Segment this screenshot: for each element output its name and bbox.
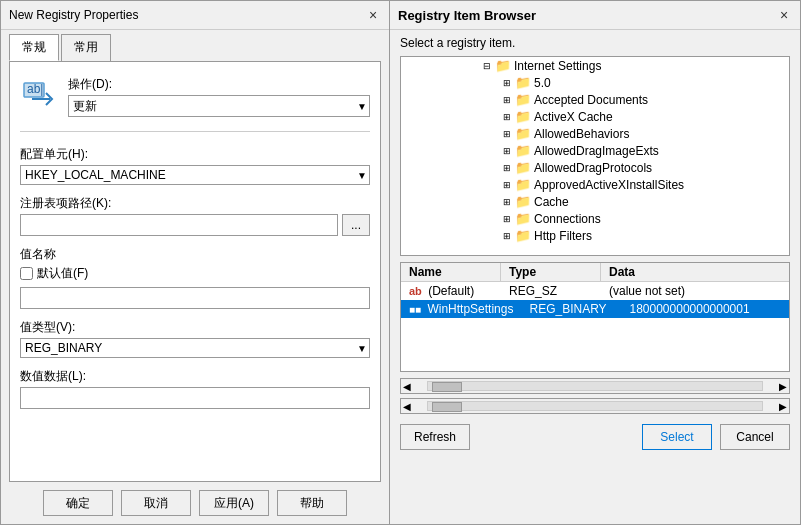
expand-icon-2[interactable]: ⊞ [501, 77, 513, 89]
col-type: Type [501, 263, 601, 281]
tree-item-allowed-drag-image[interactable]: ⊞ 📁 AllowedDragImageExts [401, 142, 789, 159]
right-panel: Registry Item Browser × Select a registr… [390, 0, 801, 525]
tab-common[interactable]: 常用 [61, 34, 111, 61]
expand-icon-11[interactable]: ⊞ [501, 230, 513, 242]
ok-button[interactable]: 确定 [43, 490, 113, 516]
cell-type-default: REG_SZ [501, 283, 601, 299]
folder-icon-4: 📁 [515, 109, 531, 124]
scroll-left-arrow-2[interactable]: ◀ [401, 401, 413, 412]
list-row-default[interactable]: ab (Default) REG_SZ (value not set) [401, 282, 789, 300]
expand-icon-5[interactable]: ⊞ [501, 128, 513, 140]
config-element-label: 配置单元(H): [20, 146, 370, 163]
refresh-button[interactable]: Refresh [400, 424, 470, 450]
browse-button[interactable]: ... [342, 214, 370, 236]
expand-icon-3[interactable]: ⊞ [501, 94, 513, 106]
right-title-bar: Registry Item Browser × [390, 1, 800, 30]
reg-path-label: 注册表项路径(K): [20, 195, 370, 212]
tab-general[interactable]: 常规 [9, 34, 59, 61]
scrollbar-thumb-2[interactable] [432, 402, 462, 412]
folder-icon-9: 📁 [515, 194, 531, 209]
value-name-group: 值名称 默认值(F) WinHttpSettings [20, 246, 370, 309]
left-close-button[interactable]: × [365, 7, 381, 23]
expand-icon-7[interactable]: ⊞ [501, 162, 513, 174]
reg-path-input[interactable]: SOFTWARE\Microsoft\Windows\CurrentVersi [20, 214, 338, 236]
winhttpsettings-icon: ■■ [409, 304, 421, 315]
config-element-dropdown-icon: ▼ [357, 170, 367, 181]
cancel-button-left[interactable]: 取消 [121, 490, 191, 516]
folder-icon: 📁 [495, 58, 511, 73]
tree-label: Internet Settings [514, 59, 601, 73]
operation-select-wrapper: 更新 ▼ [68, 95, 370, 117]
tree-label-11: Http Filters [534, 229, 592, 243]
scrollbar-thumb-1[interactable] [432, 382, 462, 392]
value-type-label: 值类型(V): [20, 319, 370, 336]
svg-text:ab|: ab| [27, 82, 43, 96]
cancel-button-right[interactable]: Cancel [720, 424, 790, 450]
folder-icon-8: 📁 [515, 177, 531, 192]
tree-item-allowed-drag-protocols[interactable]: ⊞ 📁 AllowedDragProtocols [401, 159, 789, 176]
left-panel: New Registry Properties × 常规 常用 ab| 操作(D [0, 0, 390, 525]
operation-select[interactable]: 更新 ▼ [68, 95, 370, 117]
apply-button[interactable]: 应用(A) [199, 490, 269, 516]
help-button[interactable]: 帮助 [277, 490, 347, 516]
col-name: Name [401, 263, 501, 281]
right-close-button[interactable]: × [776, 7, 792, 23]
expand-icon[interactable]: ⊟ [481, 60, 493, 72]
bottom-scrollbar-2[interactable]: ◀ ▶ [400, 398, 790, 414]
tree-item-internet-settings[interactable]: ⊟ 📁 Internet Settings [401, 57, 789, 74]
tree-label-9: Cache [534, 195, 569, 209]
scroll-right-arrow-2[interactable]: ▶ [777, 401, 789, 412]
folder-icon-5: 📁 [515, 126, 531, 141]
tree-item-5-0[interactable]: ⊞ 📁 5.0 [401, 74, 789, 91]
tree-item-connections[interactable]: ⊞ 📁 Connections [401, 210, 789, 227]
tree-item-cache[interactable]: ⊞ 📁 Cache [401, 193, 789, 210]
cell-name-winhttpsettings: ■■ WinHttpSettings [401, 301, 521, 317]
scrollbar-track-1[interactable] [427, 381, 763, 391]
reg-path-group: 注册表项路径(K): SOFTWARE\Microsoft\Windows\Cu… [20, 195, 370, 236]
value-type-dropdown-icon: ▼ [357, 343, 367, 354]
select-button[interactable]: Select [642, 424, 712, 450]
value-name-section-label: 值名称 [20, 246, 370, 263]
config-element-group: 配置单元(H): HKEY_LOCAL_MACHINE ▼ [20, 146, 370, 185]
scroll-right-arrow[interactable]: ▶ [777, 381, 789, 392]
operation-icon: ab| [20, 77, 60, 117]
value-data-group: 数值数据(L): 1800000000000000010000000000000… [20, 368, 370, 409]
default-value-checkbox[interactable] [20, 267, 33, 280]
expand-icon-10[interactable]: ⊞ [501, 213, 513, 225]
tree-label-10: Connections [534, 212, 601, 226]
value-data-input[interactable]: 1800000000000000010000000000000000000000… [20, 387, 370, 409]
expand-icon-8[interactable]: ⊞ [501, 179, 513, 191]
operation-label: 操作(D): [68, 76, 370, 93]
reg-path-input-row: SOFTWARE\Microsoft\Windows\CurrentVersi … [20, 214, 370, 236]
col-data: Data [601, 263, 789, 281]
operation-dropdown-icon: ▼ [357, 101, 367, 112]
expand-icon-6[interactable]: ⊞ [501, 145, 513, 157]
tree-item-activex[interactable]: ⊞ 📁 ActiveX Cache [401, 108, 789, 125]
expand-icon-4[interactable]: ⊞ [501, 111, 513, 123]
value-name-input[interactable]: WinHttpSettings [20, 287, 370, 309]
scroll-left-arrow[interactable]: ◀ [401, 381, 413, 392]
tree-label-6: AllowedDragImageExts [534, 144, 659, 158]
registry-list: Name Type Data ab (Default) REG_SZ (valu… [400, 262, 790, 372]
scrollbar-track-2[interactable] [427, 401, 763, 411]
left-title-bar: New Registry Properties × [1, 1, 389, 30]
folder-icon-3: 📁 [515, 92, 531, 107]
tree-item-http-filters[interactable]: ⊞ 📁 Http Filters [401, 227, 789, 244]
operation-row: ab| 操作(D): 更新 ▼ [20, 76, 370, 117]
right-bottom-buttons: Refresh Select Cancel [390, 418, 800, 458]
value-type-select[interactable]: REG_BINARY ▼ [20, 338, 370, 358]
list-row-winhttpsettings[interactable]: ■■ WinHttpSettings REG_BINARY 1800000000… [401, 300, 789, 318]
tabs-row: 常规 常用 [1, 30, 389, 61]
list-header: Name Type Data [401, 263, 789, 282]
folder-icon-7: 📁 [515, 160, 531, 175]
tree-label-7: AllowedDragProtocols [534, 161, 652, 175]
tree-item-allowed-behaviors[interactable]: ⊞ 📁 AllowedBehaviors [401, 125, 789, 142]
registry-tree[interactable]: ⊟ 📁 Internet Settings ⊞ 📁 5.0 ⊞ 📁 Accept… [400, 56, 790, 256]
config-element-select[interactable]: HKEY_LOCAL_MACHINE ▼ [20, 165, 370, 185]
default-value-label: 默认值(F) [37, 265, 88, 282]
bottom-scrollbar-1[interactable]: ◀ ▶ [400, 378, 790, 394]
expand-icon-9[interactable]: ⊞ [501, 196, 513, 208]
tree-item-accepted[interactable]: ⊞ 📁 Accepted Documents [401, 91, 789, 108]
folder-icon-6: 📁 [515, 143, 531, 158]
tree-item-approved[interactable]: ⊞ 📁 ApprovedActiveXInstallSites [401, 176, 789, 193]
